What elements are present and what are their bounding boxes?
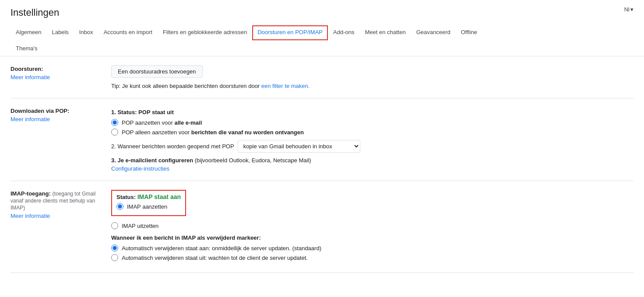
imap-auto-off-input[interactable] (111, 254, 118, 261)
nav-tabs-row2: Thema's (11, 40, 633, 56)
doorsturen-row: Doorsturen: Meer informatie Een doorstuu… (11, 56, 633, 98)
tab-addons[interactable]: Add-ons (328, 25, 359, 40)
when-imap-label: Wanneer ik een bericht in IMAP als verwi… (111, 234, 633, 241)
tab-inbox[interactable]: Inbox (74, 25, 99, 40)
tab-filters[interactable]: Filters en geblokkeerde adressen (158, 25, 252, 40)
imap-radio1-input[interactable] (116, 203, 123, 210)
config-link[interactable]: Configuratie-instructies (111, 165, 633, 172)
tab-geavanceerd[interactable]: Geavanceerd (411, 25, 456, 40)
doorsturen-label: Doorsturen: (11, 66, 43, 72)
pop-section3: 3. Je e-mailclient configureren (bijvoor… (111, 157, 633, 172)
tab-algemeen[interactable]: Algemeen (11, 25, 47, 40)
settings-table: Doorsturen: Meer informatie Een doorstuu… (11, 56, 633, 273)
add-forward-button[interactable]: Een doorstuuradres toevoegen (111, 65, 203, 78)
imap-auto-on-input[interactable] (111, 245, 118, 252)
nav-tabs-row1: Algemeen Labels Inbox Accounts en import… (11, 25, 633, 40)
imap-row: IMAP-toegang: (toegang tot Gmail vanaf a… (11, 181, 633, 273)
pop-content: 1. Status: POP staat uit POP aanzetten v… (111, 98, 633, 181)
tab-themas[interactable]: Thema's (11, 42, 42, 56)
imap-status-box: Status: IMAP staat aan IMAP aanzetten (111, 190, 186, 216)
pop-label: Downloaden via POP: (11, 108, 69, 114)
pop-radio-group: POP aanzetten voor alle e-mail POP allee… (111, 119, 633, 136)
pop-when-dropdown[interactable]: kopie van Gmail behouden in inbox kopie … (238, 140, 360, 153)
imap-label: IMAP-toegang: (11, 190, 51, 197)
pop-section2: 2. Wanneer berichten worden geopend met … (111, 140, 633, 153)
imap-radio2-input[interactable] (111, 222, 118, 229)
imap-more-info[interactable]: Meer informatie (11, 213, 104, 219)
pop-row: Downloaden via POP: Meer informatie 1. S… (11, 98, 633, 181)
imap-content: Status: IMAP staat aan IMAP aanzetten IM… (111, 181, 633, 273)
pop-radio2-input[interactable] (111, 129, 118, 136)
imap-auto-off[interactable]: Automatisch verwijderen staat uit: wacht… (111, 254, 633, 261)
tab-accounts[interactable]: Accounts en import (99, 25, 158, 40)
imap-radio2[interactable]: IMAP uitzetten (111, 222, 633, 229)
imap-radio1[interactable]: IMAP aanzetten (116, 203, 181, 210)
tab-offline[interactable]: Offline (456, 25, 482, 40)
imap-auto-group: Automatisch verwijderen staat aan: onmid… (111, 245, 633, 261)
pop-radio2[interactable]: POP alleen aanzetten voor berichten die … (111, 129, 633, 136)
imap-status-value: IMAP staat aan (137, 193, 181, 200)
tip-text: Tip: Je kunt ook alleen bepaalde bericht… (111, 83, 310, 89)
tab-meet[interactable]: Meet en chatten (359, 25, 411, 40)
imap-status-prefix: Status: (116, 194, 137, 200)
page-title: Instellingen (11, 7, 59, 18)
tab-labels[interactable]: Labels (47, 25, 74, 40)
imap-auto-on[interactable]: Automatisch verwijderen staat aan: onmid… (111, 245, 633, 252)
doorsturen-content: Een doorstuuradres toevoegen Tip: Je kun… (111, 56, 633, 98)
doorsturen-label-cell: Doorsturen: Meer informatie (11, 56, 111, 98)
imap-radio2-group: IMAP uitzetten (111, 222, 633, 229)
doorsturen-more-info[interactable]: Meer informatie (11, 74, 104, 80)
pop-status: 1. Status: POP staat uit (111, 109, 633, 115)
tab-doorsturen[interactable]: Doorsturen en POP/IMAP (252, 25, 328, 40)
pop-more-info[interactable]: Meer informatie (11, 116, 104, 122)
pop-radio1[interactable]: POP aanzetten voor alle e-mail (111, 119, 633, 126)
page-header: Instellingen Nl ▾ Algemeen Labels Inbox … (0, 0, 644, 56)
pop-radio1-input[interactable] (111, 119, 118, 126)
settings-content: Doorsturen: Meer informatie Een doorstuu… (0, 56, 644, 273)
filter-link[interactable]: een filter te maken. (261, 83, 310, 89)
pop-label-cell: Downloaden via POP: Meer informatie (11, 98, 111, 181)
language-selector[interactable]: Nl ▾ (624, 6, 633, 13)
imap-label-cell: IMAP-toegang: (toegang tot Gmail vanaf a… (11, 181, 111, 273)
